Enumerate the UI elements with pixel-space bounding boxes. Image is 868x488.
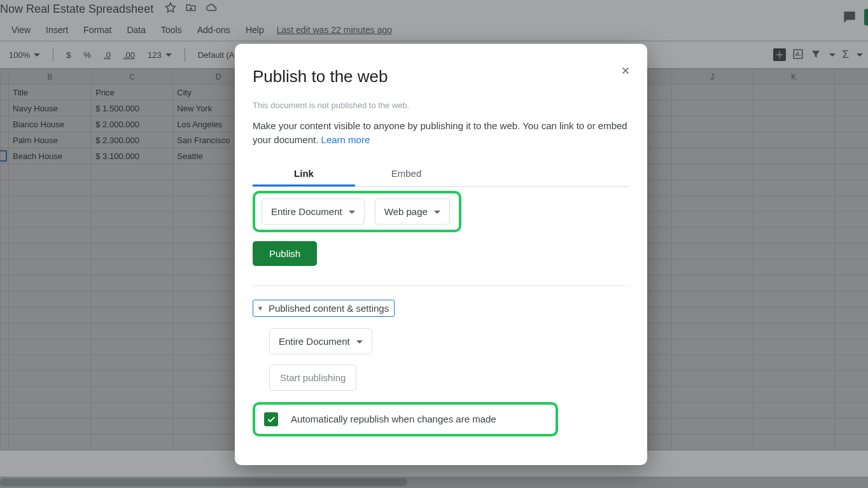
auto-republish-label: Automatically republish when changes are… xyxy=(291,414,496,424)
scope-dropdown[interactable]: Entire Document xyxy=(262,199,365,225)
published-settings-label: Published content & settings xyxy=(269,303,389,314)
dialog-title: Publish to the web xyxy=(253,67,629,87)
dialog-desc-text: Make your content visible to anyone by p… xyxy=(253,120,627,145)
scope-dropdown-2[interactable]: Entire Document xyxy=(269,328,372,354)
caret-icon xyxy=(434,206,440,217)
publish-button[interactable]: Publish xyxy=(253,241,317,266)
highlight-auto-republish: Automatically republish when changes are… xyxy=(253,402,558,436)
caret-icon xyxy=(349,206,355,217)
publish-to-web-dialog: Publish to the web This document is not … xyxy=(235,44,647,465)
publish-status-text: This document is not published to the we… xyxy=(253,101,629,110)
tab-link[interactable]: Link xyxy=(253,161,355,186)
tabs: Link Embed xyxy=(253,161,629,187)
format-dropdown[interactable]: Web page xyxy=(375,199,450,225)
scope-dropdown-2-label: Entire Document xyxy=(279,336,350,347)
close-button[interactable] xyxy=(617,62,634,80)
auto-republish-checkbox[interactable] xyxy=(264,412,278,426)
tab-embed[interactable]: Embed xyxy=(355,161,458,186)
divider xyxy=(253,285,629,286)
scope-dropdown-label: Entire Document xyxy=(271,206,342,217)
learn-more-link[interactable]: Learn more xyxy=(321,134,370,145)
dialog-description: Make your content visible to anyone by p… xyxy=(253,119,629,147)
triangle-down-icon: ▼ xyxy=(257,305,263,312)
highlight-dropdowns: Entire Document Web page xyxy=(253,191,461,232)
caret-icon xyxy=(356,336,363,347)
published-settings-toggle[interactable]: ▼ Published content & settings xyxy=(253,300,395,317)
start-publishing-button[interactable]: Start publishing xyxy=(269,365,356,391)
format-dropdown-label: Web page xyxy=(384,206,428,217)
